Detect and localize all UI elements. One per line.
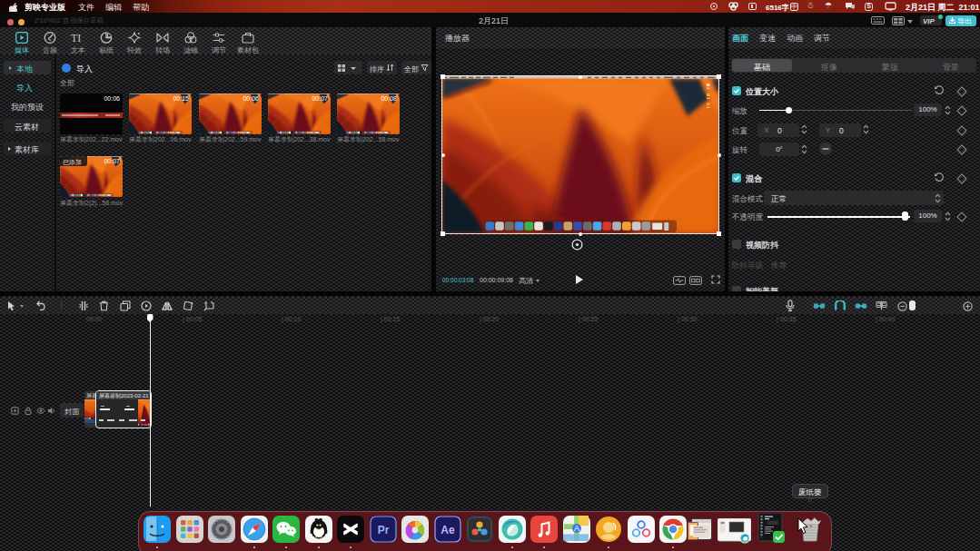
svg-text:Pr: Pr — [377, 524, 389, 536]
svg-text:Ae: Ae — [441, 524, 455, 536]
svg-text:A: A — [573, 524, 579, 533]
